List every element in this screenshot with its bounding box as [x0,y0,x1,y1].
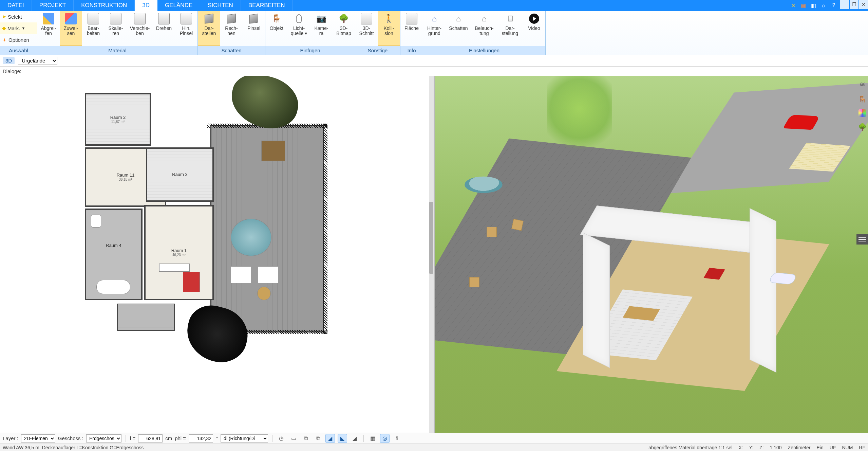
l-input[interactable] [138,434,163,443]
skalieren-button[interactable]: Skalie-ren [105,11,127,46]
status-rf: RF [859,445,865,450]
hin-pinsel-button[interactable]: Hin.Pinsel [175,11,197,46]
room-4[interactable]: Raum 4 [85,209,143,300]
group-label-sonstige: Sonstige [355,46,400,55]
snap-b-icon[interactable]: ◣ [338,434,347,443]
snap-c-icon[interactable]: ◢ [350,434,359,443]
3d-schnitt-button[interactable]: 3D-Schnitt [355,11,378,46]
tab-3d[interactable]: 3D [135,0,157,11]
sideboard-2d [159,264,190,272]
terrain-select[interactable]: Urgelände [18,57,57,65]
video-button[interactable]: Video [523,11,545,46]
target-icon[interactable]: ◎ [380,434,390,443]
info-small-icon[interactable]: ℹ [392,434,402,443]
clock-icon[interactable]: ◷ [277,434,286,443]
group-label-schatten: Schatten [198,46,265,55]
stack-icon[interactable]: ⧉ [301,434,310,443]
3d-bitmap-button[interactable]: 🌳 3D-Bitmap [333,11,355,46]
pinsel-button[interactable]: Pinsel [243,11,265,46]
zuweisen-button[interactable]: Zuwei-sen [60,11,82,46]
house-light-icon: ⌂ [478,13,490,24]
tree-side-icon[interactable]: 🌳 [857,122,867,132]
main-tabs: DATEI PROJEKT KONSTRUKTION 3D GELÄNDE SI… [0,0,868,11]
tree-icon: 🌳 [338,13,350,24]
darstellen-button[interactable]: Dar-stellen [198,11,220,46]
rect-icon[interactable]: ▭ [289,434,298,443]
layers-icon[interactable]: ≋ [857,79,867,89]
layer-select[interactable]: 2D-Elemen [21,434,55,443]
chevron-down-icon: ▼ [22,26,25,30]
tool-icon-4[interactable]: ⌕ [820,2,827,9]
abgreifen-button[interactable]: Abgrei-fen [37,11,60,46]
palette-icon[interactable] [858,109,866,117]
kamera-button[interactable]: 📷 Kame-ra [310,11,333,46]
help-icon[interactable]: ? [830,2,837,9]
selekt-button[interactable]: ➤ Selekt [0,11,37,22]
darstellung-button[interactable]: 🖥 Dar-stellung [497,11,523,46]
panel-handle[interactable] [856,234,868,245]
window-restore-button[interactable]: ❐ [850,0,858,9]
hintergrund-button[interactable]: ⌂ Hinter-grund [423,11,446,46]
view-badge-3d[interactable]: 3D [3,57,15,64]
tool-icon-2[interactable]: ▦ [799,2,807,9]
mark-button[interactable]: ◆ Mark. ▼ [0,22,37,34]
copy-icon[interactable]: ⧉ [313,434,323,443]
patio-chair-b [258,266,278,283]
tab-konstruktion[interactable]: KONSTRUKTION [74,0,135,11]
bearbeiten-button[interactable]: Bear-beiten [82,11,105,46]
drehen-button[interactable]: Drehen [153,11,175,46]
geschoss-select[interactable]: Erdgeschos [86,434,121,443]
beleuchtung-button[interactable]: ⌂ Beleuch-tung [471,11,497,46]
dialoge-label: Dialoge: [3,68,21,74]
tab-sichten[interactable]: SICHTEN [200,0,241,11]
tab-datei[interactable]: DATEI [0,0,32,11]
chair-icon: 🪑 [271,13,282,24]
window-minimize-button[interactable]: — [840,0,849,9]
tab-bearbeiten[interactable]: BEARBEITEN [241,0,293,11]
kollision-button[interactable]: 🚶 Kolli-sion [378,11,400,46]
verschieben-button[interactable]: Verschie-ben [127,11,153,46]
tool-icon-1[interactable]: ✕ [789,2,797,9]
group-label-info: Info [400,46,423,55]
patio-chair-a [231,266,251,283]
pane-2d[interactable]: Raum 211,87 m² Raum 1136,18 m² Raum 3 Ra… [0,76,434,435]
room-1[interactable]: Raum 146,23 m² [144,205,214,300]
tool-icon-3[interactable]: ◧ [810,2,817,9]
schatten-settings-button[interactable]: ⌂ Schatten [446,11,471,46]
area-icon [406,13,417,24]
view-3d [435,76,868,435]
person-icon: 🚶 [383,13,395,24]
tab-projekt[interactable]: PROJEKT [32,0,74,11]
l-unit: cm [165,435,172,441]
move-icon [134,13,146,24]
lichtquelle-button[interactable]: Licht-quelle ▾ [288,11,310,46]
optionen-button[interactable]: ＋ Optionen [0,34,37,46]
armchair-icon[interactable]: 🪑 [857,94,867,104]
room-2[interactable]: Raum 211,87 m² [85,93,151,146]
scrollbar-2d[interactable] [429,76,434,435]
patio-table-1 [261,141,285,161]
chair-3d-3 [469,277,479,287]
status-num: NUM [842,445,853,450]
scale-icon [110,13,121,24]
tab-gelaende[interactable]: GELÄNDE [157,0,200,11]
flaeche-button[interactable]: Fläche [400,11,423,46]
dl-select[interactable]: dl (Richtung/Di [221,434,268,443]
edit-brush-icon [88,13,99,24]
window-close-button[interactable]: ✕ [859,0,868,9]
group-label-auswahl: Auswahl [0,46,37,55]
room-3[interactable]: Raum 3 [146,147,214,202]
pane-3d[interactable]: ≋ 🪑 🌳 [434,76,868,435]
snap-a-icon[interactable]: ◢ [325,434,335,443]
floor-plan: Raum 211,87 m² Raum 1136,18 m² Raum 3 Ra… [71,83,326,361]
ribbon-group-schatten: Dar-stellen Rech-nen Pinsel Schatten [198,11,265,55]
wall-right [750,208,776,373]
status-z: Z: [759,445,763,450]
group-label-material: Material [37,46,197,55]
rechnen-button[interactable]: Rech-nen [220,11,243,46]
phi-input[interactable] [189,434,213,443]
grid-icon[interactable]: ▦ [368,434,377,443]
objekt-button[interactable]: 🪑 Objekt [265,11,288,46]
toilet-2d [91,215,101,228]
house-bg-icon: ⌂ [429,13,440,24]
